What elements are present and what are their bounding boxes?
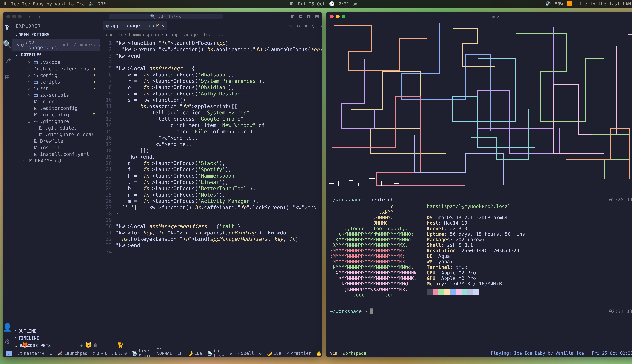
spell[interactable]: ✓ Spell (237, 348, 254, 357)
clock-icon[interactable]: 🕑 (329, 1, 335, 6)
launchpad[interactable]: 🚀 Launchpad (58, 351, 88, 356)
problems[interactable]: ⊘0 ⚠0 ⓘ8 ⬡0 (92, 350, 127, 356)
sync-icon[interactable]: ↻ (50, 351, 52, 356)
vim-mode: -- NORMAL -- (156, 346, 172, 357)
nav-back-icon[interactable]: ← (29, 14, 32, 20)
tree-item[interactable]: 🗎install.conf.yaml (12, 151, 100, 158)
timeline-section[interactable]: ›TIMELINE (12, 334, 100, 342)
cursor-block: █ (370, 308, 373, 314)
calendar-icon[interactable]: 🗓 (290, 1, 294, 6)
run-lines-icon[interactable]: ↻ (297, 23, 300, 28)
chevron-down-icon: ⌄ (14, 343, 17, 348)
tree-item[interactable]: ›🗀chrome-extensions (12, 66, 100, 72)
accounts-icon[interactable]: 👤 (2, 323, 12, 332)
source-control-icon[interactable]: ⎇ (3, 56, 12, 65)
macos-menubar: ⏸ Ice Ice Baby by Vanilla Ice 🔈 77% 🗓 Fr… (0, 0, 632, 8)
git-branch[interactable]: ⎇ master*+ (18, 351, 44, 356)
command-center[interactable]: 🔍 .dotfiles (109, 14, 222, 19)
chevron-down-icon: ⌄ (14, 32, 17, 37)
tree-item[interactable]: 🗎.gitignore_global (12, 131, 100, 138)
wifi-icon[interactable]: 📶 (567, 1, 572, 6)
tmux-window-2[interactable]: workspace (343, 350, 366, 356)
close-icon[interactable]: × (16, 42, 19, 48)
tree-item[interactable]: 🗎Brewfile (12, 138, 100, 144)
play-icon[interactable]: ▷ (320, 23, 322, 28)
language-mode[interactable]: 🌙 Lua (188, 348, 202, 357)
status-bar: ⇄ ⎇ master*+ ↻ 🚀 Launchpad ⊘0 ⚠0 ⓘ8 ⬡0 📡… (2, 350, 322, 357)
tab-close-icon[interactable]: × (161, 23, 164, 28)
traffic-max[interactable] (342, 14, 345, 18)
layout-custom-icon[interactable]: ▦ (316, 14, 318, 19)
search-placeholder: .dotfiles (158, 14, 181, 19)
playback-icon[interactable]: ⏸ (2, 1, 7, 6)
layout-left-icon[interactable]: ◧ (291, 14, 294, 19)
code-lines[interactable]: "kw">function "fn">launchOrFocus(app) "k… (116, 40, 322, 350)
lua-file-icon: ◐ (21, 42, 24, 48)
traffic-close[interactable] (330, 14, 334, 18)
sync-status-icon[interactable]: ↻ (229, 348, 232, 357)
tree-item[interactable]: 🗎install (12, 144, 100, 151)
outline-section[interactable]: ›OUTLINE (12, 328, 100, 334)
lua-status[interactable]: 🌙 Lua (267, 348, 281, 357)
tree-item[interactable]: ›🗀zsh (12, 85, 100, 92)
go-live[interactable]: 📡 Go Live (207, 348, 224, 357)
tree-item[interactable]: 🗎.gitconfigM (12, 112, 100, 118)
live-share[interactable]: 📡 Live Share (132, 348, 152, 357)
folder-section[interactable]: ⌄ .DOTFILES (12, 51, 100, 58)
code-editor[interactable]: 1234567891011121314151617181920212223242… (100, 39, 322, 350)
tree-item[interactable]: 🗎.editorconfig (12, 105, 100, 112)
remote-indicator[interactable]: ⇄ (6, 351, 12, 356)
traffic-min[interactable] (12, 14, 16, 18)
speaker-icon[interactable]: 🔊 (545, 1, 551, 6)
tree-item[interactable]: ›🗀scripts (12, 78, 100, 85)
tree-item[interactable]: 🗎.cron (12, 98, 100, 105)
explorer-more-icon[interactable]: ⋯ (94, 24, 97, 28)
battery-left[interactable]: 77% (98, 1, 106, 6)
breadcrumb-seg[interactable]: app-manager.lua (170, 32, 212, 37)
traffic-close[interactable] (6, 14, 10, 18)
prettier[interactable]: ✓ Prettier (286, 348, 311, 357)
tree-item[interactable]: ⌄🗁.gitignore (12, 118, 100, 124)
neofetch-ascii: 'c. ,xNMM. .OMMMMo OMMM0, .;loddo:' lool… (330, 204, 416, 298)
search-activity-icon[interactable]: 🔍 (2, 40, 12, 49)
tab-app-manager[interactable]: ◐ app-manager.lua M × (103, 21, 167, 30)
nav-fwd-icon[interactable]: → (37, 14, 40, 20)
circle-icon[interactable]: ○ (312, 23, 315, 28)
tree-item[interactable]: ›🗀.vscode (12, 59, 100, 66)
battery-right[interactable]: 88% (555, 1, 563, 6)
activity-bar: 🗎 🔍 ⎇ ⊞ 👤 ⚙ (2, 21, 12, 350)
file-tree: ›🗀.vscode›🗀chrome-extensions›🗀config›🗀sc… (12, 58, 100, 164)
git-compare-icon[interactable]: ⇄ (304, 23, 308, 28)
breadcrumb-seg[interactable]: config (106, 32, 122, 37)
now-playing[interactable]: Ice Ice Baby by Vanilla Ice (11, 1, 85, 6)
bell-icon[interactable]: 🔔 (316, 348, 322, 357)
vscode-titlebar: ← → 🔍 .dotfiles ◧ ⬓ ◨ ▦ (2, 12, 322, 21)
tree-item[interactable]: ›🗎README.md (12, 158, 100, 164)
breadcrumb-seg[interactable]: ... (218, 32, 226, 37)
breadcrumb[interactable]: config› hammerspoon› ◐ app-manager.lua› … (100, 30, 322, 39)
extensions-icon[interactable]: ⊞ (5, 73, 10, 82)
refresh-icon[interactable]: ↻ (259, 348, 262, 357)
open-editor-filename: app-manager.lua (26, 39, 58, 50)
layout-bottom-icon[interactable]: ⬓ (299, 14, 302, 19)
tmux-window-1[interactable]: vim (330, 350, 338, 356)
tree-item[interactable]: ›🗀zx-scripts (12, 92, 100, 98)
open-changes-icon[interactable]: ⊕ (289, 23, 292, 28)
tree-item[interactable]: ›🗀config (12, 72, 100, 78)
settings-gear-icon[interactable]: ⚙ (5, 337, 10, 346)
open-editor-item[interactable]: × ◐ app-manager.lua config/hammers... M (12, 39, 100, 51)
eol[interactable]: LF (177, 348, 182, 357)
volume-icon[interactable]: 🔈 (88, 1, 94, 6)
open-editors-section[interactable]: ⌄ OPEN EDITORS (12, 31, 100, 38)
wifi-ssid[interactable]: Life in the fast LAN 5Ghz (576, 1, 632, 6)
open-editors-label: OPEN EDITORS (18, 32, 50, 37)
traffic-min[interactable] (336, 14, 340, 18)
explorer-icon[interactable]: 🗎 (4, 24, 11, 32)
tree-item[interactable]: 🗎.gitmodules (12, 124, 100, 131)
terminal-title: tmux (489, 14, 500, 19)
layout-right-icon[interactable]: ◨ (308, 14, 310, 19)
breadcrumb-seg[interactable]: hammerspoon (129, 32, 159, 37)
traffic-max[interactable] (18, 14, 22, 18)
outline-label: OUTLINE (18, 328, 36, 334)
terminal-output[interactable]: ~/workspace › neofetch02:28:49 am 'c. ,x… (326, 189, 632, 350)
